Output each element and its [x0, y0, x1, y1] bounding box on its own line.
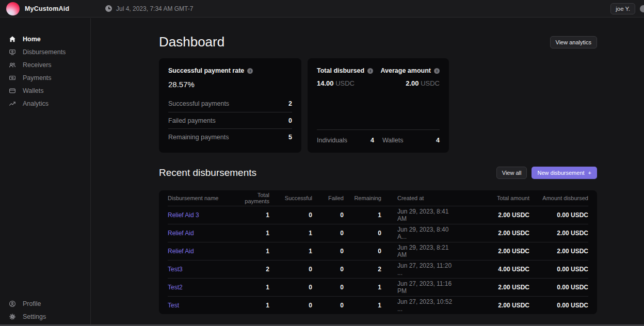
analytics-icon	[8, 100, 16, 107]
stat-value: 2	[288, 100, 292, 107]
sidebar-item-disbursements[interactable]: Disbursements	[0, 45, 90, 58]
failed-cell: 0	[312, 248, 344, 255]
disbursements-table: Disbursement name Total payments Success…	[159, 190, 597, 314]
successful-cell: 0	[269, 302, 312, 309]
sidebar-item-label: Profile	[23, 300, 41, 307]
created-at-cell: Jun 29, 2023, 8:41 AM	[381, 208, 457, 222]
total-payments-cell: 1	[235, 302, 269, 309]
individuals-value: 4	[371, 137, 374, 144]
topbar-right: joe Y.	[610, 3, 644, 14]
disbursement-link[interactable]: Test3	[168, 266, 235, 273]
disbursement-link[interactable]: Relief Aid 3	[168, 211, 235, 219]
recent-disbursements-header: Recent disbursements View all New disbur…	[159, 167, 597, 179]
average-amount-currency: USDC	[421, 79, 440, 87]
total-amount-cell: 2.00 USDC	[457, 302, 529, 309]
page-title: Dashboard	[159, 34, 224, 50]
column-header: Total payments	[235, 192, 269, 204]
datetime-text: Jul 4, 2023, 7:34 AM GMT-7	[116, 5, 193, 12]
sidebar-item-label: Disbursements	[23, 48, 66, 56]
created-at-cell: Jun 27, 2023, 11:20 ...	[381, 262, 457, 276]
total-amount-cell: 2.00 USDC	[457, 248, 529, 255]
recent-disbursements-title: Recent disbursements	[159, 167, 256, 178]
created-at-cell: Jun 29, 2023, 8:40 A...	[381, 226, 457, 240]
sidebar-item-label: Analytics	[23, 100, 49, 107]
gear-icon	[8, 313, 16, 320]
plus-icon: +	[588, 170, 591, 176]
wallets-icon	[8, 87, 16, 94]
sidebar-item-home[interactable]: Home	[0, 32, 90, 45]
view-analytics-button[interactable]: View analytics	[550, 36, 598, 48]
payment-stats-list: Successful payments 2 Failed payments 0 …	[168, 95, 292, 145]
disbursements-icon	[8, 48, 16, 56]
stat-value: 0	[288, 117, 292, 124]
disbursement-link[interactable]: Relief Aid	[168, 230, 235, 237]
average-amount-metric: Average amount i 2.00 USDC	[381, 67, 440, 87]
successful-cell: 0	[269, 284, 312, 291]
home-icon	[8, 35, 16, 43]
sidebar-item-analytics[interactable]: Analytics	[0, 97, 90, 110]
sidebar-item-profile[interactable]: Profile	[0, 297, 90, 310]
total-amount-cell: 4.00 USDC	[457, 266, 529, 273]
individuals-label: Individuals	[317, 137, 347, 144]
clock-icon	[105, 5, 112, 12]
created-at-cell: Jun 27, 2023, 10:52 ...	[381, 298, 457, 313]
disbursement-link[interactable]: Test	[168, 302, 235, 309]
stat-row-successful: Successful payments 2	[168, 95, 292, 112]
disbursement-link[interactable]: Relief Aid	[168, 248, 235, 255]
total-disbursed-metric: Total disbursed i 14.00 USDC	[317, 67, 373, 87]
amount-disbursed-cell: 0.00 USDC	[529, 266, 588, 273]
total-payments-cell: 1	[235, 248, 269, 255]
failed-cell: 0	[312, 230, 344, 237]
amount-disbursed-cell: 2.00 USDC	[529, 248, 588, 255]
successful-cell: 0	[269, 211, 312, 219]
table-row: Test 1 0 0 1 Jun 27, 2023, 10:52 ... 2.0…	[168, 296, 588, 314]
info-icon[interactable]: i	[434, 68, 440, 74]
stat-label: Successful payments	[168, 100, 229, 107]
stat-label: Failed payments	[168, 117, 216, 124]
summary-cards: Successful payment rate i 28.57% Success…	[159, 58, 597, 153]
disbursement-link[interactable]: Test2	[168, 284, 235, 291]
remaining-cell: 1	[344, 211, 381, 219]
info-icon[interactable]: i	[247, 68, 253, 74]
amount-disbursed-cell: 0.00 USDC	[529, 211, 588, 219]
sidebar-item-label: Home	[23, 36, 41, 43]
remaining-cell: 1	[344, 302, 381, 309]
view-all-button[interactable]: View all	[496, 167, 527, 179]
sidebar-item-settings[interactable]: Settings	[0, 310, 90, 323]
sidebar-item-payments[interactable]: Payments	[0, 71, 90, 84]
avatar[interactable]	[640, 5, 644, 12]
sidebar-item-wallets[interactable]: Wallets	[0, 84, 90, 97]
new-disbursement-button[interactable]: New disbursement +	[532, 167, 597, 179]
wallets-value: 4	[436, 137, 440, 144]
amount-disbursed-cell: 0.00 USDC	[529, 284, 588, 291]
created-at-cell: Jun 29, 2023, 8:21 AM	[381, 244, 457, 258]
sidebar-footer: Profile Settings	[0, 297, 90, 323]
total-amount-cell: 2.00 USDC	[457, 230, 529, 237]
sidebar-item-label: Wallets	[23, 87, 44, 94]
app-logo-icon	[6, 2, 20, 15]
column-header: Disbursement name	[168, 195, 235, 201]
info-icon[interactable]: i	[367, 68, 373, 74]
brand: MyCustomAid	[6, 2, 91, 15]
stat-row-remaining: Remaining payments 5	[168, 128, 292, 145]
failed-cell: 0	[312, 284, 344, 291]
receivers-icon	[8, 61, 16, 69]
app-name: MyCustomAid	[25, 5, 69, 12]
sidebar-item-receivers[interactable]: Receivers	[0, 58, 90, 71]
table-row: Test3 2 0 0 2 Jun 27, 2023, 11:20 ... 4.…	[168, 260, 588, 278]
column-header: Created at	[381, 195, 457, 201]
payment-rate-value: 28.57%	[168, 80, 292, 89]
total-disbursed-title: Total disbursed	[317, 67, 364, 74]
total-disbursed-currency: USDC	[335, 79, 355, 87]
amount-disbursed-cell: 0.00 USDC	[529, 302, 588, 309]
disbursed-card-footer: Individuals 4 Wallets 4	[317, 129, 440, 144]
stat-row-failed: Failed payments 0	[168, 112, 292, 128]
failed-cell: 0	[312, 211, 344, 219]
remaining-cell: 0	[344, 248, 381, 255]
created-at-cell: Jun 27, 2023, 11:16 PM	[381, 280, 457, 295]
sidebar-item-label: Settings	[23, 313, 46, 320]
user-menu-button[interactable]: joe Y.	[610, 3, 635, 14]
total-amount-cell: 2.00 USDC	[457, 284, 529, 291]
successful-cell: 1	[269, 248, 312, 255]
successful-cell: 1	[269, 230, 312, 237]
